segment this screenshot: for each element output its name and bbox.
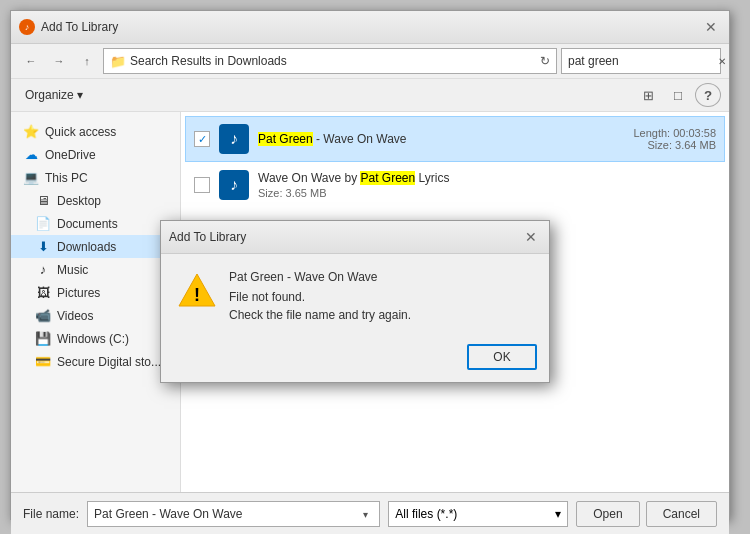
alert-close-button[interactable]: ✕ xyxy=(521,227,541,247)
music-file-icon-1: ♪ xyxy=(219,124,249,154)
sidebar-label-music: Music xyxy=(57,263,88,277)
sidebar-item-videos[interactable]: 📹 Videos xyxy=(11,304,180,327)
toolbar-right: ⊞ □ ? xyxy=(635,83,721,107)
filename-highlight-1: Pat Green xyxy=(258,132,313,146)
sidebar-label-this-pc: This PC xyxy=(45,171,88,185)
alert-title-bar: Add To Library ✕ xyxy=(161,221,549,254)
music-icon: ♪ xyxy=(35,262,51,277)
ok-button[interactable]: OK xyxy=(467,344,537,370)
address-text: Search Results in Downloads xyxy=(130,54,536,68)
filename-suffix-2: Lyrics xyxy=(415,171,449,185)
file-icon-2: ♪ xyxy=(218,169,250,201)
nav-bar: ← → ↑ 📁 Search Results in Downloads ↻ ✕ xyxy=(11,44,729,79)
filename-input-container[interactable]: ▾ xyxy=(87,501,380,527)
search-input[interactable] xyxy=(568,54,718,68)
alert-dialog: Add To Library ✕ ! Pat Green - Wave On W… xyxy=(160,220,550,383)
file-item-1[interactable]: ✓ ♪ Pat Green - Wave On Wave Length: 00:… xyxy=(185,116,725,162)
sidebar-label-windows-c: Windows (C:) xyxy=(57,332,129,346)
sidebar-label-quick-access: Quick access xyxy=(45,125,116,139)
onedrive-icon: ☁ xyxy=(23,147,39,162)
videos-icon: 📹 xyxy=(35,308,51,323)
refresh-icon[interactable]: ↻ xyxy=(540,54,550,68)
sidebar-label-onedrive: OneDrive xyxy=(45,148,96,162)
app-icon: ♪ xyxy=(19,19,35,35)
windows-c-icon: 💾 xyxy=(35,331,51,346)
sidebar-label-secure-digital: Secure Digital sto... xyxy=(57,355,161,369)
alert-error-line1: File not found. xyxy=(229,288,533,306)
sidebar-item-desktop[interactable]: 🖥 Desktop xyxy=(11,189,180,212)
title-bar-left: ♪ Add To Library xyxy=(19,19,118,35)
filename-label: File name: xyxy=(23,507,79,521)
alert-title: Add To Library xyxy=(169,230,246,244)
bottom-bar: File name: ▾ All files (*.*) ▾ Open Canc… xyxy=(11,492,729,534)
file-info-2: Wave On Wave by Pat Green Lyrics Size: 3… xyxy=(258,171,716,199)
sidebar-label-desktop: Desktop xyxy=(57,194,101,208)
warning-triangle-svg: ! xyxy=(177,270,217,310)
view-list-button[interactable]: ⊞ xyxy=(635,83,661,107)
address-bar[interactable]: 📁 Search Results in Downloads ↻ xyxy=(103,48,557,74)
quick-access-icon: ⭐ xyxy=(23,124,39,139)
organize-label: Organize xyxy=(25,88,74,102)
sidebar: ⭐ Quick access ☁ OneDrive 💻 This PC 🖥 De… xyxy=(11,112,181,492)
organize-button[interactable]: Organize ▾ xyxy=(19,85,89,105)
action-buttons: Open Cancel xyxy=(576,501,717,527)
file-checkbox-1[interactable]: ✓ xyxy=(194,131,210,147)
filename-input[interactable] xyxy=(94,507,357,521)
sidebar-item-windows-c[interactable]: 💾 Windows (C:) xyxy=(11,327,180,350)
alert-error-line2: Check the file name and try again. xyxy=(229,306,533,324)
main-title-bar: ♪ Add To Library ✕ xyxy=(11,11,729,44)
alert-filename: Pat Green - Wave On Wave xyxy=(229,270,533,284)
filename-suffix-1: - Wave On Wave xyxy=(313,132,407,146)
downloads-icon: ⬇ xyxy=(35,239,51,254)
sidebar-item-secure-digital[interactable]: 💳 Secure Digital sto... xyxy=(11,350,180,373)
sidebar-item-downloads[interactable]: ⬇ Downloads xyxy=(11,235,180,258)
file-meta-2: Size: 3.65 MB xyxy=(258,187,716,199)
sidebar-item-quick-access[interactable]: ⭐ Quick access xyxy=(11,120,180,143)
file-size-1: Size: 3.64 MB xyxy=(633,139,716,151)
sidebar-item-this-pc[interactable]: 💻 This PC xyxy=(11,166,180,189)
secure-digital-icon: 💳 xyxy=(35,354,51,369)
filename-highlight-2: Pat Green xyxy=(360,171,415,185)
filename-prefix-2: Wave On Wave by xyxy=(258,171,360,185)
svg-text:!: ! xyxy=(194,285,200,305)
sidebar-label-pictures: Pictures xyxy=(57,286,100,300)
sidebar-item-onedrive[interactable]: ☁ OneDrive xyxy=(11,143,180,166)
back-button[interactable]: ← xyxy=(19,49,43,73)
search-bar[interactable]: ✕ xyxy=(561,48,721,74)
open-button[interactable]: Open xyxy=(576,501,639,527)
organize-arrow-icon: ▾ xyxy=(77,88,83,102)
filetype-arrow-icon: ▾ xyxy=(555,507,561,521)
search-clear-icon[interactable]: ✕ xyxy=(718,56,726,67)
file-info-1: Pat Green - Wave On Wave xyxy=(258,132,625,146)
toolbar: Organize ▾ ⊞ □ ? xyxy=(11,79,729,112)
this-pc-icon: 💻 xyxy=(23,170,39,185)
view-details-button[interactable]: □ xyxy=(665,83,691,107)
file-name-2: Wave On Wave by Pat Green Lyrics xyxy=(258,171,716,185)
cancel-button[interactable]: Cancel xyxy=(646,501,717,527)
sidebar-item-documents[interactable]: 📄 Documents xyxy=(11,212,180,235)
forward-button[interactable]: → xyxy=(47,49,71,73)
sidebar-label-videos: Videos xyxy=(57,309,93,323)
folder-icon: 📁 xyxy=(110,54,126,69)
filetype-select[interactable]: All files (*.*) ▾ xyxy=(388,501,568,527)
file-icon-1: ♪ xyxy=(218,123,250,155)
warning-icon: ! xyxy=(177,270,217,310)
filename-dropdown-icon[interactable]: ▾ xyxy=(357,509,373,520)
file-checkbox-2[interactable] xyxy=(194,177,210,193)
filetype-value: All files (*.*) xyxy=(395,507,457,521)
file-item-2[interactable]: ♪ Wave On Wave by Pat Green Lyrics Size:… xyxy=(185,162,725,208)
alert-footer: OK xyxy=(161,336,549,382)
sidebar-item-pictures[interactable]: 🖼 Pictures xyxy=(11,281,180,304)
file-name-1: Pat Green - Wave On Wave xyxy=(258,132,625,146)
up-button[interactable]: ↑ xyxy=(75,49,99,73)
sidebar-label-downloads: Downloads xyxy=(57,240,116,254)
help-button[interactable]: ? xyxy=(695,83,721,107)
main-dialog-title: Add To Library xyxy=(41,20,118,34)
alert-body: ! Pat Green - Wave On Wave File not foun… xyxy=(161,254,549,336)
check-icon-1: ✓ xyxy=(198,133,207,146)
alert-message: Pat Green - Wave On Wave File not found.… xyxy=(229,270,533,324)
main-close-button[interactable]: ✕ xyxy=(701,17,721,37)
music-file-icon-2: ♪ xyxy=(219,170,249,200)
desktop-icon: 🖥 xyxy=(35,193,51,208)
sidebar-item-music[interactable]: ♪ Music xyxy=(11,258,180,281)
